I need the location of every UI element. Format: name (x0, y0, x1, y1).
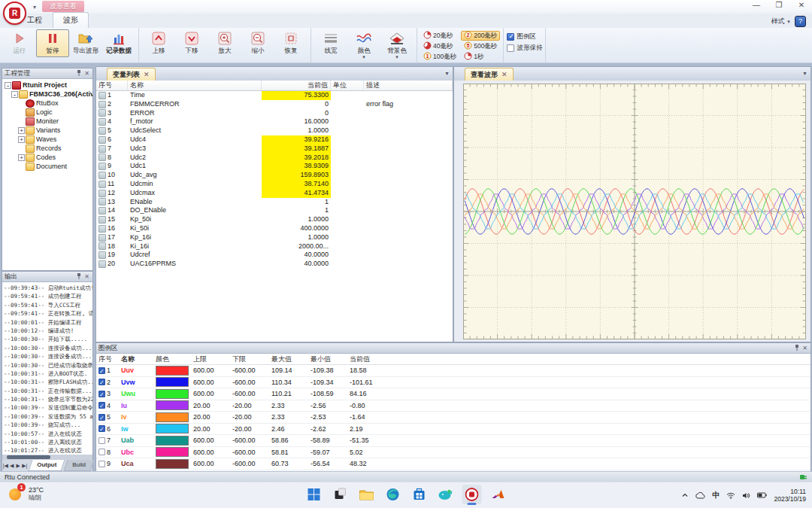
taskbar-icon-taskview[interactable] (331, 485, 350, 504)
table-row[interactable]: 20UAC16PPRMS40.0000 (96, 260, 453, 269)
column-header-当前值[interactable]: 当前值 (347, 354, 386, 364)
legend-checkbox-icon[interactable] (98, 461, 105, 467)
legend-checkbox-icon[interactable] (98, 367, 105, 374)
legend-checkbox-icon[interactable] (98, 437, 105, 444)
taskbar-icon-rtu[interactable] (462, 485, 482, 504)
onedrive-cloud-icon[interactable] (695, 492, 705, 499)
ribbon-button-恢复[interactable]: 恢复 (274, 29, 308, 57)
legend-checkbox-icon[interactable] (98, 425, 105, 432)
column-header-颜色[interactable]: 颜色 (153, 354, 191, 364)
tree-item-RtuBox[interactable]: RtuBox (2, 99, 92, 108)
legend-row-Uvw[interactable]: 2Uvw600.00-600.00110.34-109.34-101.61 (96, 377, 810, 389)
waveform-plot[interactable] (463, 84, 806, 339)
ribbon-button-放大[interactable]: 放大 (208, 29, 241, 57)
ribbon-button-缩小[interactable]: 缩小 (241, 29, 274, 57)
column-header-最大值[interactable]: 最大值 (269, 354, 308, 364)
close-panel-icon[interactable]: ✕ (83, 70, 90, 77)
table-row[interactable]: 6Udc439.9216 (96, 135, 453, 144)
tree-expander-icon[interactable]: + (18, 127, 25, 134)
tree-item-Moniter[interactable]: Moniter (2, 117, 92, 126)
maximize-button[interactable]: ❐ (773, 1, 785, 9)
time-button-100毫秒[interactable]: 1100毫秒 (420, 52, 459, 62)
log-nav-button[interactable]: ▶| (22, 460, 29, 471)
view-option-波形保持[interactable]: 波形保持 (507, 43, 542, 53)
taskbar-clock[interactable]: 10:11 2023/10/19 (774, 488, 806, 503)
time-button-1秒[interactable]: 1秒 (461, 52, 500, 62)
column-header-单位[interactable]: 单位 (331, 81, 364, 90)
tree-item-Document[interactable]: Document (2, 162, 92, 171)
tree-item-Variants[interactable]: +Variants (2, 126, 92, 135)
output-tab-Output[interactable]: Output (29, 460, 65, 471)
column-header-上限[interactable]: 上限 (191, 354, 230, 364)
wifi-icon[interactable] (726, 492, 735, 499)
ribbon-button-记录数据[interactable]: 记录数据 (102, 29, 135, 57)
table-row[interactable]: 3ERROR0 (96, 109, 453, 118)
legend-checkbox-icon[interactable] (98, 449, 105, 455)
ribbon-button-暂停[interactable]: 暂停 (36, 29, 69, 57)
taskbar-icon-edge[interactable] (383, 485, 403, 504)
column-header-下限[interactable]: 下限 (230, 354, 269, 364)
legend-row-Iw[interactable]: 6Iw20.00-20.002.46-2.622.19 (96, 424, 810, 436)
ribbon-button-上移[interactable]: 上移 (142, 29, 175, 57)
table-row[interactable]: 16Ki_50i400.0000 (96, 224, 453, 233)
column-header-名称[interactable]: 名称 (119, 354, 153, 364)
taskbar-icon-store[interactable] (410, 485, 429, 504)
table-row[interactable]: 9Udc138.9309 (96, 162, 453, 171)
legend-checkbox-icon[interactable] (98, 379, 105, 385)
table-row[interactable]: 12Udcmax41.4734 (96, 189, 453, 198)
minimize-button[interactable]: — (750, 1, 762, 9)
pin-icon[interactable] (75, 273, 82, 280)
legend-checkbox-icon[interactable] (98, 391, 105, 397)
table-row[interactable]: 1Time75.3300 (96, 91, 453, 100)
table-row[interactable]: 18Ki_16i2000.00... (96, 242, 453, 251)
close-panel-icon[interactable]: ✕ (801, 345, 808, 351)
legend-checkbox-icon[interactable] (98, 414, 105, 421)
column-header-描述[interactable]: 描述 (364, 81, 453, 90)
tree-item-Records[interactable]: Records (2, 144, 92, 153)
table-row[interactable]: 5UdcSelect1.0000 (96, 126, 453, 135)
tab-list-dropdown-icon[interactable]: ▼ (802, 71, 807, 76)
legend-row-Iu[interactable]: 4Iu20.00-20.002.33-2.56-0.80 (96, 400, 810, 412)
legend-row-Iv[interactable]: 5Iv20.00-20.002.33-2.53-1.64 (96, 412, 810, 424)
ribbon-button-背景色[interactable]: 背景色▼ (380, 29, 414, 60)
taskbar-icon-start[interactable] (304, 485, 324, 504)
ribbon-tab-波形[interactable]: 波形 (53, 12, 89, 28)
legend-row-Uuv[interactable]: 1Uuv600.00-600.00109.14-109.3818.58 (96, 365, 810, 377)
tab-view-waveform[interactable]: 查看波形✕ (465, 68, 514, 81)
table-row[interactable]: 11Udcmin38.7140 (96, 180, 453, 189)
time-button-200毫秒[interactable]: 2200毫秒 (461, 31, 500, 41)
checkbox-icon[interactable] (507, 33, 514, 41)
column-header-最小值[interactable]: 最小值 (308, 354, 347, 364)
table-row[interactable]: 2FBMMCERROR0error flag (96, 100, 453, 109)
tree-expander-icon[interactable]: - (11, 91, 18, 98)
table-row[interactable]: 7Udc339.1887 (96, 144, 453, 154)
taskbar-icon-explorer[interactable] (357, 485, 377, 504)
column-header-当前值[interactable]: 当前值 (262, 81, 331, 90)
pin-icon[interactable] (75, 70, 82, 77)
table-row[interactable]: 17Kp_16i1.0000 (96, 233, 453, 242)
style-dropdown[interactable]: 样式 ▼ (771, 17, 791, 26)
table-row[interactable]: 19Udcref40.0000 (96, 251, 453, 260)
table-row[interactable]: 14DO_ENable1 (96, 206, 453, 215)
legend-row-Uwu[interactable]: 3Uwu600.00-600.00110.21-108.5984.16 (96, 388, 810, 400)
close-button[interactable]: ✕ (795, 1, 807, 9)
tree-item-Rtunit-Project[interactable]: -Rtunit Project (2, 81, 92, 90)
help-icon[interactable]: ? (795, 16, 806, 27)
output-hscrollbar[interactable] (2, 455, 92, 460)
tree-item-Logic[interactable]: Logic (2, 108, 92, 117)
tree-expander-icon[interactable]: + (18, 136, 25, 143)
ribbon-button-颜色[interactable]: 颜色▼ (347, 29, 380, 60)
taskbar-icon-whale[interactable] (436, 485, 456, 504)
view-option-图例区[interactable]: 图例区 (507, 32, 542, 41)
tree-item-FBM3C36-206-Active-Proj[interactable]: -FBM3C36_206(Active Proj (2, 90, 92, 99)
close-tab-icon[interactable]: ✕ (501, 71, 508, 78)
app-logo-icon[interactable]: R (3, 2, 26, 25)
ribbon-button-线宽[interactable]: 线宽 (314, 29, 347, 57)
column-header-名称[interactable]: 名称 (128, 81, 262, 90)
legend-row-Uab[interactable]: 7Uab600.00-600.0058.86-58.89-51.35 (96, 435, 810, 447)
volume-icon[interactable] (742, 492, 750, 499)
tab-variable-list[interactable]: 变量列表✕ (107, 68, 156, 81)
tree-item-Codes[interactable]: +Codes (2, 153, 92, 162)
tab-list-dropdown-icon[interactable]: ▼ (444, 71, 450, 76)
tree-item-Waves[interactable]: +Waves (2, 135, 92, 144)
